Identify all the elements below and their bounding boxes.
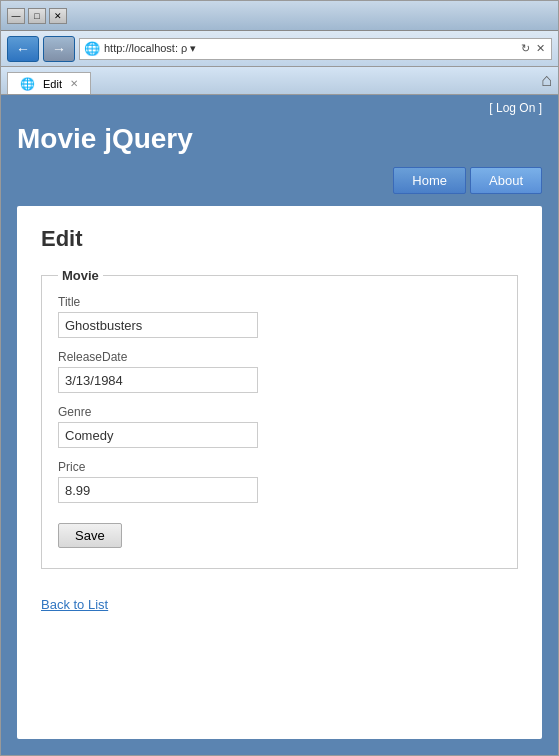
active-tab[interactable]: 🌐 Edit ✕ xyxy=(7,72,91,94)
release-date-input[interactable] xyxy=(58,367,258,393)
tab-close-button[interactable]: ✕ xyxy=(70,78,78,89)
fieldset-legend: Movie xyxy=(58,268,103,283)
title-field-group: Title xyxy=(58,295,501,338)
genre-label: Genre xyxy=(58,405,501,419)
title-label: Title xyxy=(58,295,501,309)
movie-fieldset: Movie Title ReleaseDate Genre xyxy=(41,268,518,569)
ie-icon: 🌐 xyxy=(84,41,100,56)
browser-window: — □ ✕ ← → 🌐 http://localhost: ρ ▾ ↻ ✕ 🌐 … xyxy=(0,0,559,756)
page-content: [ Log On ] Movie jQuery Home About Edit … xyxy=(1,95,558,755)
release-date-field-group: ReleaseDate xyxy=(58,350,501,393)
home-nav-button[interactable]: Home xyxy=(393,167,466,194)
back-button[interactable]: ← xyxy=(7,36,39,62)
price-label: Price xyxy=(58,460,501,474)
title-bar: — □ ✕ xyxy=(1,1,558,31)
log-on-link[interactable]: [ Log On ] xyxy=(489,101,542,115)
stop-button[interactable]: ✕ xyxy=(534,42,547,55)
address-actions: ↻ ✕ xyxy=(519,42,547,55)
price-input[interactable] xyxy=(58,477,258,503)
genre-field-group: Genre xyxy=(58,405,501,448)
tab-bar: 🌐 Edit ✕ ⌂ xyxy=(1,67,558,95)
refresh-button[interactable]: ↻ xyxy=(519,42,532,55)
release-date-label: ReleaseDate xyxy=(58,350,501,364)
address-text[interactable]: http://localhost: ρ ▾ xyxy=(104,42,515,55)
tab-ie-icon: 🌐 xyxy=(20,77,35,91)
price-field-group: Price xyxy=(58,460,501,503)
nav-buttons: Home About xyxy=(1,167,558,206)
back-to-list-link[interactable]: Back to List xyxy=(41,597,108,612)
save-button[interactable]: Save xyxy=(58,523,122,548)
title-bar-controls: — □ ✕ xyxy=(7,8,67,24)
about-nav-button[interactable]: About xyxy=(470,167,542,194)
maximize-button[interactable]: □ xyxy=(28,8,46,24)
page-title: Edit xyxy=(41,226,518,252)
genre-input[interactable] xyxy=(58,422,258,448)
forward-button[interactable]: → xyxy=(43,36,75,62)
title-input[interactable] xyxy=(58,312,258,338)
address-bar: ← → 🌐 http://localhost: ρ ▾ ↻ ✕ xyxy=(1,31,558,67)
app-title: Movie jQuery xyxy=(1,115,558,167)
home-icon-bar[interactable]: ⌂ xyxy=(541,70,552,94)
top-actions: [ Log On ] xyxy=(1,95,558,115)
address-input-wrap: 🌐 http://localhost: ρ ▾ ↻ ✕ xyxy=(79,38,552,60)
main-content-box: Edit Movie Title ReleaseDate Genre xyxy=(17,206,542,739)
minimize-button[interactable]: — xyxy=(7,8,25,24)
tab-title: Edit xyxy=(43,78,62,90)
close-button[interactable]: ✕ xyxy=(49,8,67,24)
